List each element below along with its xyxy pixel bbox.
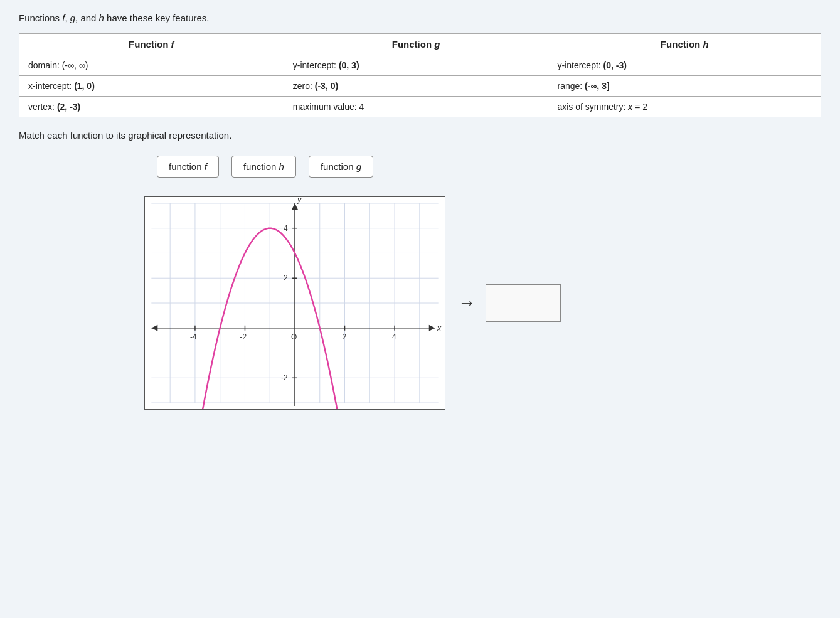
label-function-f[interactable]: function f xyxy=(157,156,219,178)
graph-container: x y -4 -2 O 2 4 2 4 -2 xyxy=(144,196,445,410)
cell-f-1: domain: (-∞, ∞) xyxy=(19,55,284,76)
svg-marker-21 xyxy=(292,203,298,210)
cell-h-1: y-intercept: (0, -3) xyxy=(548,55,821,76)
table-header-h: Function h xyxy=(548,34,821,55)
cell-f-2: x-intercept: (1, 0) xyxy=(19,76,284,97)
svg-marker-29 xyxy=(151,325,157,331)
x-tick-4: 4 xyxy=(392,333,396,341)
y-tick-4: 4 xyxy=(284,224,288,233)
intro-text: Functions f, g, and h have these key fea… xyxy=(19,13,821,23)
cell-h-2: range: (-∞, 3] xyxy=(548,76,821,97)
y-tick-neg2: -2 xyxy=(281,373,288,382)
cell-h-3: axis of symmetry: x = 2 xyxy=(548,97,821,117)
x-tick-2: 2 xyxy=(343,333,347,341)
match-instruction: Match each function to its graphical rep… xyxy=(19,130,821,141)
x-axis-label: x xyxy=(437,323,442,333)
function-labels-area: function f function h function g xyxy=(157,156,821,178)
features-table: Function f Function g Function h domain:… xyxy=(19,33,821,117)
arrow-zone: → xyxy=(458,284,561,322)
cell-g-2: zero: (-3, 0) xyxy=(284,76,548,97)
cell-f-3: vertex: (2, -3) xyxy=(19,97,284,117)
table-row-1: domain: (-∞, ∞) y-intercept: (0, 3) y-in… xyxy=(19,55,821,76)
drop-target-box[interactable] xyxy=(486,284,561,322)
graph-section: x y -4 -2 O 2 4 2 4 -2 xyxy=(144,196,821,410)
arrow-right-icon: → xyxy=(458,293,476,313)
svg-marker-20 xyxy=(429,325,435,331)
table-header-g: Function g xyxy=(284,34,548,55)
table-header-f: Function f xyxy=(19,34,284,55)
label-function-h[interactable]: function h xyxy=(231,156,296,178)
cell-g-3: maximum value: 4 xyxy=(284,97,548,117)
x-tick-neg2: -2 xyxy=(240,333,247,341)
table-row-3: vertex: (2, -3) maximum value: 4 axis of… xyxy=(19,97,821,117)
cell-g-1: y-intercept: (0, 3) xyxy=(284,55,548,76)
y-axis-label: y xyxy=(297,197,302,204)
table-row-2: x-intercept: (1, 0) zero: (-3, 0) range:… xyxy=(19,76,821,97)
graph-svg: x y -4 -2 O 2 4 2 4 -2 xyxy=(145,197,445,409)
label-function-g[interactable]: function g xyxy=(309,156,373,178)
x-tick-0: O xyxy=(291,333,297,341)
y-tick-2: 2 xyxy=(284,274,288,282)
x-tick-neg4: -4 xyxy=(190,333,197,341)
